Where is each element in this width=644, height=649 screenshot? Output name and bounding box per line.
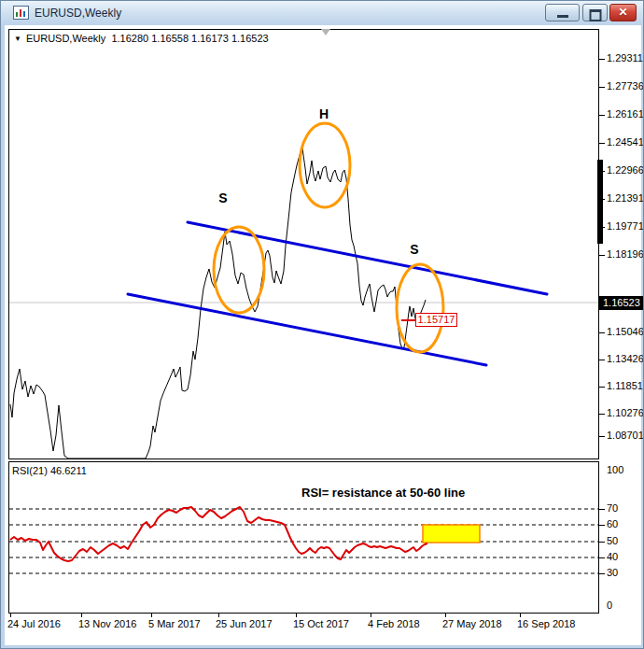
price-axis-label: 1.15046 bbox=[607, 326, 644, 337]
rsi-axis-tick bbox=[599, 509, 605, 510]
price-axis-tick bbox=[599, 199, 605, 200]
price-axis-tick bbox=[599, 59, 605, 60]
price-axis-label: 1.19771 bbox=[607, 220, 644, 232]
price-axis-tick bbox=[599, 143, 605, 144]
price-axis-label: 1.18196 bbox=[607, 248, 644, 260]
rsi-axis-label: 0 bbox=[607, 600, 612, 611]
minimize-icon bbox=[557, 15, 568, 18]
restore-button[interactable] bbox=[582, 4, 608, 21]
date-axis-tick bbox=[371, 614, 371, 617]
chart-symbol-label: EURUSD,Weekly bbox=[26, 33, 105, 44]
price-axis-tick bbox=[599, 360, 605, 360]
chart-window: EURUSD,Weekly ✕ ▼EURUSD,Weekly 1.16280 1… bbox=[0, 0, 644, 649]
price-axis-label: 1.27736 bbox=[607, 80, 644, 92]
price-axis-label: 1.29311 bbox=[607, 52, 643, 63]
rsi-axis-label: 100 bbox=[607, 464, 623, 475]
date-axis-label: 27 May 2018 bbox=[442, 618, 502, 629]
date-axis-tick bbox=[218, 614, 219, 617]
rsi-axis-label: 70 bbox=[607, 502, 618, 514]
restore-icon bbox=[589, 9, 601, 21]
rsi-axis-label: 60 bbox=[607, 518, 618, 529]
price-axis-tick bbox=[599, 255, 605, 256]
rsi-resistance-note: RSI= resistance at 50-60 line bbox=[301, 486, 465, 500]
main-chart-panel[interactable] bbox=[8, 29, 599, 459]
date-axis-tick bbox=[81, 614, 82, 617]
date-axis-tick bbox=[445, 614, 446, 617]
rsi-axis-label: 40 bbox=[607, 551, 618, 562]
head-label: H bbox=[319, 106, 329, 121]
date-axis-label: 5 Mar 2017 bbox=[148, 618, 201, 629]
rsi-axis-tick bbox=[599, 525, 605, 526]
chart-header: ▼EURUSD,Weekly 1.16280 1.16558 1.16173 1… bbox=[14, 33, 269, 44]
price-tag-box[interactable]: 1.15717 bbox=[415, 313, 457, 327]
current-price-badge: 1.16523 bbox=[599, 296, 644, 310]
date-axis-tick bbox=[520, 614, 521, 617]
price-axis-label: 1.22966 bbox=[607, 164, 644, 176]
price-axis-tick bbox=[599, 436, 605, 437]
date-axis-label: 24 Jul 2016 bbox=[7, 618, 61, 629]
price-axis-tick bbox=[599, 171, 605, 172]
rsi-axis-tick bbox=[599, 557, 605, 558]
chart-ohlc-values: 1.16280 1.16558 1.16173 1.16523 bbox=[111, 33, 268, 44]
price-axis-label: 1.24541 bbox=[607, 136, 644, 148]
price-axis-label: 1.08701 bbox=[607, 430, 644, 441]
rsi-axis-label: 50 bbox=[607, 535, 618, 546]
rsi-axis-tick bbox=[599, 542, 605, 543]
chart-window-icon bbox=[13, 6, 29, 20]
rsi-axis-tick bbox=[599, 573, 605, 574]
close-button[interactable]: ✕ bbox=[609, 4, 637, 21]
rsi-axis-label: 30 bbox=[607, 567, 618, 578]
rsi-indicator-caption: RSI(21) 46.6211 bbox=[12, 465, 87, 476]
date-axis-tick bbox=[10, 614, 11, 617]
rsi-indicator-panel[interactable] bbox=[8, 461, 599, 614]
right-shoulder-label: S bbox=[410, 242, 418, 257]
price-axis-label: 1.13426 bbox=[607, 353, 644, 364]
price-axis-label: 1.26161 bbox=[607, 108, 644, 120]
collapse-triangle-icon[interactable]: ▼ bbox=[14, 35, 21, 43]
date-axis-label: 16 Sep 2018 bbox=[517, 618, 575, 629]
window-title: EURUSD,Weekly bbox=[35, 7, 121, 20]
price-axis-tick bbox=[599, 414, 605, 415]
price-axis-label: 1.10276 bbox=[607, 407, 644, 418]
price-axis-tick bbox=[599, 87, 605, 88]
price-axis-tick bbox=[599, 115, 605, 116]
chart-shift-marker-icon[interactable] bbox=[321, 29, 330, 35]
title-bar[interactable]: EURUSD,Weekly ✕ bbox=[1, 1, 643, 25]
minimize-button[interactable] bbox=[545, 4, 580, 21]
close-icon: ✕ bbox=[610, 6, 636, 19]
price-axis-tick bbox=[599, 387, 605, 388]
date-axis-label: 13 Nov 2016 bbox=[78, 618, 136, 629]
price-axis-label: 1.11851 bbox=[607, 380, 643, 391]
date-axis-tick bbox=[151, 614, 152, 617]
left-shoulder-label: S bbox=[218, 190, 227, 205]
date-axis-label: 4 Feb 2018 bbox=[368, 618, 420, 629]
date-axis-tick bbox=[296, 614, 297, 617]
price-axis-label: 1.21391 bbox=[607, 192, 644, 204]
date-axis-label: 25 Jun 2017 bbox=[216, 618, 273, 629]
date-axis-label: 15 Oct 2017 bbox=[293, 618, 349, 629]
price-axis-tick bbox=[599, 227, 605, 228]
price-axis-tick bbox=[599, 332, 605, 333]
